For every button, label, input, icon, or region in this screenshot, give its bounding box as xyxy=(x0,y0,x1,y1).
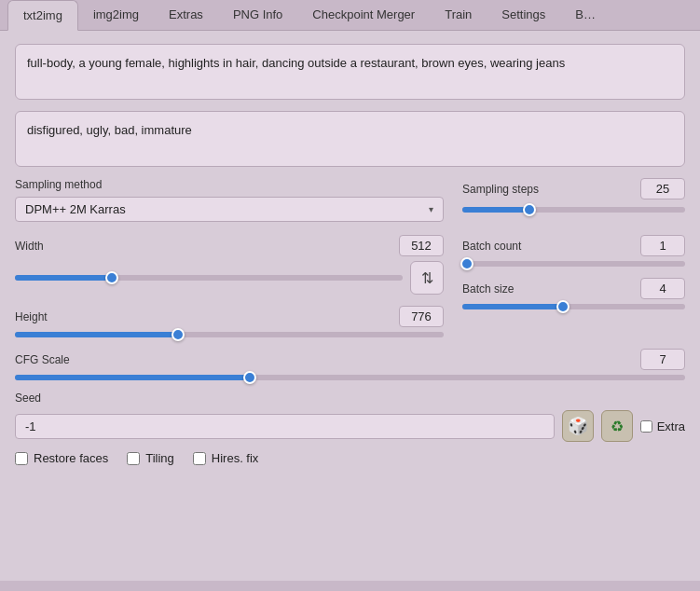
height-thumb xyxy=(172,328,185,341)
main-content: full-body, a young female, highlights in… xyxy=(0,31,700,581)
width-thumb xyxy=(105,271,118,284)
sampling-method-col: Sampling method DPM++ 2M Karras ▾ xyxy=(15,178,444,222)
dice-button[interactable]: 🎲 xyxy=(562,410,594,442)
bottom-checkboxes: Restore faces Tiling Hires. fix xyxy=(15,451,685,465)
height-value[interactable]: 776 xyxy=(399,306,444,327)
cfg-scale-value[interactable]: 7 xyxy=(640,349,685,370)
dimensions-col: Width 512 ⇅ xyxy=(15,235,444,349)
tab-bar: txt2img img2img Extras PNG Info Checkpoi… xyxy=(0,0,700,31)
seed-label: Seed xyxy=(15,392,685,405)
swap-icon: ⇅ xyxy=(421,269,433,287)
sampling-method-value: DPM++ 2M Karras xyxy=(25,202,126,216)
chevron-down-icon: ▾ xyxy=(429,204,433,214)
tiling-text: Tiling xyxy=(145,451,174,465)
width-fill xyxy=(15,275,112,281)
width-label: Width xyxy=(15,240,44,253)
hires-fix-checkbox[interactable] xyxy=(193,452,206,465)
batch-size-thumb xyxy=(556,300,570,313)
recycle-icon: ♻ xyxy=(611,418,624,435)
batch-size-label: Batch size xyxy=(462,282,514,296)
batch-size-value[interactable]: 4 xyxy=(640,278,685,299)
hires-fix-text: Hires. fix xyxy=(212,451,259,465)
cfg-scale-thumb xyxy=(243,371,256,384)
batch-count-thumb xyxy=(460,257,474,270)
tiling-checkbox[interactable] xyxy=(127,452,140,465)
batch-size-fill xyxy=(462,304,563,309)
tab-img2img[interactable]: img2img xyxy=(78,0,154,30)
batch-count-value[interactable]: 1 xyxy=(640,235,685,256)
batch-count-label: Batch count xyxy=(462,240,521,253)
batch-size-slider[interactable] xyxy=(462,304,685,309)
cfg-scale-slider[interactable] xyxy=(15,375,685,380)
negative-prompt[interactable]: disfigured, ugly, bad, immature xyxy=(15,111,685,167)
height-row: Height 776 xyxy=(15,306,444,337)
extra-label: Extra xyxy=(657,419,685,433)
restore-faces-checkbox[interactable] xyxy=(15,452,28,465)
dimensions-row: Width 512 ⇅ xyxy=(15,235,685,349)
tab-checkpoint-merger[interactable]: Checkpoint Merger xyxy=(297,0,430,30)
positive-prompt[interactable]: full-body, a young female, highlights in… xyxy=(15,44,685,100)
width-value[interactable]: 512 xyxy=(399,235,444,256)
width-row: Width 512 ⇅ xyxy=(15,235,444,295)
tab-ext[interactable]: B… xyxy=(560,0,611,30)
batch-count-row: Batch count 1 xyxy=(462,235,685,267)
cfg-scale-label: CFG Scale xyxy=(15,353,70,366)
seed-input[interactable]: -1 xyxy=(15,414,555,439)
recycle-button[interactable]: ♻ xyxy=(601,410,633,442)
sampling-row: Sampling method DPM++ 2M Karras ▾ Sampli… xyxy=(15,178,685,222)
sampling-steps-col: Sampling steps 25 xyxy=(462,178,685,222)
tab-train[interactable]: Train xyxy=(430,0,487,30)
sampling-steps-slider[interactable] xyxy=(462,207,685,213)
tab-txt2img[interactable]: txt2img xyxy=(7,0,78,31)
height-label: Height xyxy=(15,310,48,323)
tiling-label[interactable]: Tiling xyxy=(127,451,174,465)
seed-row: -1 🎲 ♻ Extra xyxy=(15,410,685,442)
sampling-method-label: Sampling method xyxy=(15,178,444,191)
sampling-steps-thumb xyxy=(523,203,536,216)
batch-count-slider[interactable] xyxy=(462,261,685,267)
width-slider[interactable] xyxy=(15,275,403,281)
cfg-scale-fill xyxy=(15,375,250,380)
sampling-method-dropdown[interactable]: DPM++ 2M Karras ▾ xyxy=(15,197,444,222)
extra-checkbox-label[interactable]: Extra xyxy=(640,419,685,433)
sampling-steps-fill xyxy=(462,207,529,213)
tab-extras[interactable]: Extras xyxy=(154,0,218,30)
batch-size-row: Batch size 4 xyxy=(462,278,685,309)
tab-settings[interactable]: Settings xyxy=(487,0,560,30)
sampling-steps-label: Sampling steps xyxy=(462,183,539,196)
extra-checkbox[interactable] xyxy=(640,420,652,433)
seed-section: Seed -1 🎲 ♻ Extra xyxy=(15,392,685,442)
controls-section: Sampling method DPM++ 2M Karras ▾ Sampli… xyxy=(15,178,685,465)
swap-button[interactable]: ⇅ xyxy=(410,261,444,295)
batch-col: Batch count 1 Batch size 4 xyxy=(462,235,685,349)
height-fill xyxy=(15,332,178,337)
restore-faces-label[interactable]: Restore faces xyxy=(15,451,108,465)
restore-faces-text: Restore faces xyxy=(34,451,108,465)
tab-png-info[interactable]: PNG Info xyxy=(218,0,297,30)
sampling-steps-value[interactable]: 25 xyxy=(640,178,685,199)
hires-fix-label[interactable]: Hires. fix xyxy=(193,451,259,465)
cfg-scale-row: CFG Scale 7 xyxy=(15,349,685,380)
height-slider[interactable] xyxy=(15,332,444,337)
